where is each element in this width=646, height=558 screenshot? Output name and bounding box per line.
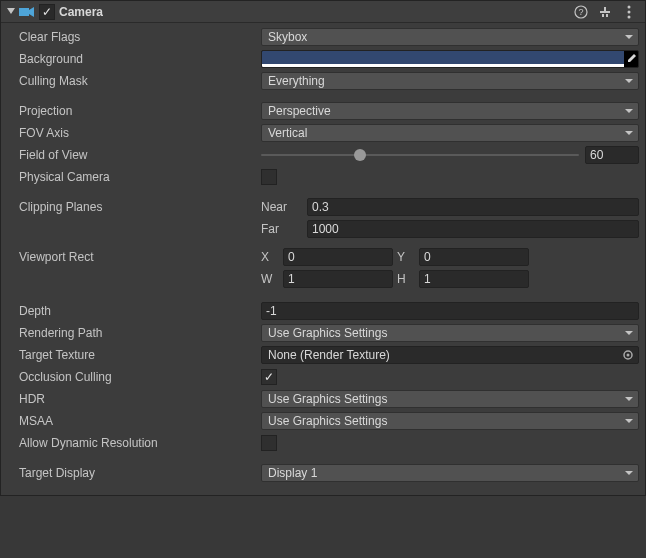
component-body: Clear Flags Skybox Background Culling Ma…	[1, 23, 645, 495]
camera-icon	[19, 5, 35, 19]
svg-text:?: ?	[578, 7, 583, 17]
projection-label: Projection	[19, 104, 261, 118]
occlusion-culling-checkbox[interactable]	[261, 369, 277, 385]
object-picker-icon[interactable]	[620, 348, 636, 362]
target-display-label: Target Display	[19, 466, 261, 480]
svg-point-11	[627, 354, 630, 357]
x-label: X	[261, 250, 279, 264]
target-texture-field[interactable]: None (Render Texture)	[261, 346, 639, 364]
svg-point-8	[628, 10, 631, 13]
target-display-dropdown[interactable]: Display 1	[261, 464, 639, 482]
viewport-rect-label: Viewport Rect	[19, 250, 261, 264]
svg-rect-4	[604, 7, 606, 11]
w-label: W	[261, 272, 279, 286]
eyedropper-icon[interactable]	[625, 52, 637, 66]
clear-flags-value: Skybox	[268, 30, 307, 44]
near-label: Near	[261, 200, 301, 214]
slider-track	[261, 154, 579, 156]
svg-rect-0	[19, 8, 29, 16]
msaa-value: Use Graphics Settings	[268, 414, 387, 428]
camera-component-panel: Camera ? Clear Flags Skybox Background	[0, 0, 646, 496]
hdr-value: Use Graphics Settings	[268, 392, 387, 406]
projection-value: Perspective	[268, 104, 331, 118]
background-alpha-bar	[262, 64, 624, 67]
background-color-swatch	[262, 51, 624, 64]
projection-dropdown[interactable]: Perspective	[261, 102, 639, 120]
h-label: H	[397, 272, 415, 286]
target-texture-value: None (Render Texture)	[268, 348, 390, 362]
occlusion-culling-label: Occlusion Culling	[19, 370, 261, 384]
depth-label: Depth	[19, 304, 261, 318]
fov-slider[interactable]	[261, 146, 579, 164]
fov-axis-label: FOV Axis	[19, 126, 261, 140]
physical-camera-label: Physical Camera	[19, 170, 261, 184]
y-input[interactable]	[419, 248, 529, 266]
svg-rect-3	[600, 11, 610, 13]
svg-point-9	[628, 15, 631, 18]
depth-input[interactable]	[261, 302, 639, 320]
allow-dynamic-resolution-label: Allow Dynamic Resolution	[19, 436, 261, 450]
presets-icon[interactable]	[597, 4, 613, 20]
physical-camera-checkbox[interactable]	[261, 169, 277, 185]
target-texture-label: Target Texture	[19, 348, 261, 362]
msaa-dropdown[interactable]: Use Graphics Settings	[261, 412, 639, 430]
msaa-label: MSAA	[19, 414, 261, 428]
component-header: Camera ?	[1, 1, 645, 23]
fov-label: Field of View	[19, 148, 261, 162]
help-icon[interactable]: ?	[573, 4, 589, 20]
clear-flags-label: Clear Flags	[19, 30, 261, 44]
context-menu-icon[interactable]	[621, 4, 637, 20]
rendering-path-value: Use Graphics Settings	[268, 326, 387, 340]
hdr-label: HDR	[19, 392, 261, 406]
w-input[interactable]	[283, 270, 393, 288]
far-label: Far	[261, 222, 301, 236]
culling-mask-label: Culling Mask	[19, 74, 261, 88]
svg-rect-5	[602, 14, 604, 17]
foldout-toggle[interactable]	[5, 6, 17, 18]
slider-thumb[interactable]	[354, 149, 366, 161]
fov-axis-value: Vertical	[268, 126, 307, 140]
culling-mask-dropdown[interactable]: Everything	[261, 72, 639, 90]
y-label: Y	[397, 250, 415, 264]
culling-mask-value: Everything	[268, 74, 325, 88]
fov-axis-dropdown[interactable]: Vertical	[261, 124, 639, 142]
x-input[interactable]	[283, 248, 393, 266]
component-title: Camera	[59, 5, 573, 19]
allow-dynamic-resolution-checkbox[interactable]	[261, 435, 277, 451]
clear-flags-dropdown[interactable]: Skybox	[261, 28, 639, 46]
rendering-path-dropdown[interactable]: Use Graphics Settings	[261, 324, 639, 342]
background-label: Background	[19, 52, 261, 66]
svg-rect-6	[606, 14, 608, 17]
svg-point-7	[628, 5, 631, 8]
fov-input[interactable]	[585, 146, 639, 164]
near-input[interactable]	[307, 198, 639, 216]
rendering-path-label: Rendering Path	[19, 326, 261, 340]
far-input[interactable]	[307, 220, 639, 238]
h-input[interactable]	[419, 270, 529, 288]
background-color-field[interactable]	[261, 50, 639, 68]
clipping-planes-label: Clipping Planes	[19, 200, 261, 214]
enable-checkbox[interactable]	[39, 4, 55, 20]
target-display-value: Display 1	[268, 466, 317, 480]
hdr-dropdown[interactable]: Use Graphics Settings	[261, 390, 639, 408]
